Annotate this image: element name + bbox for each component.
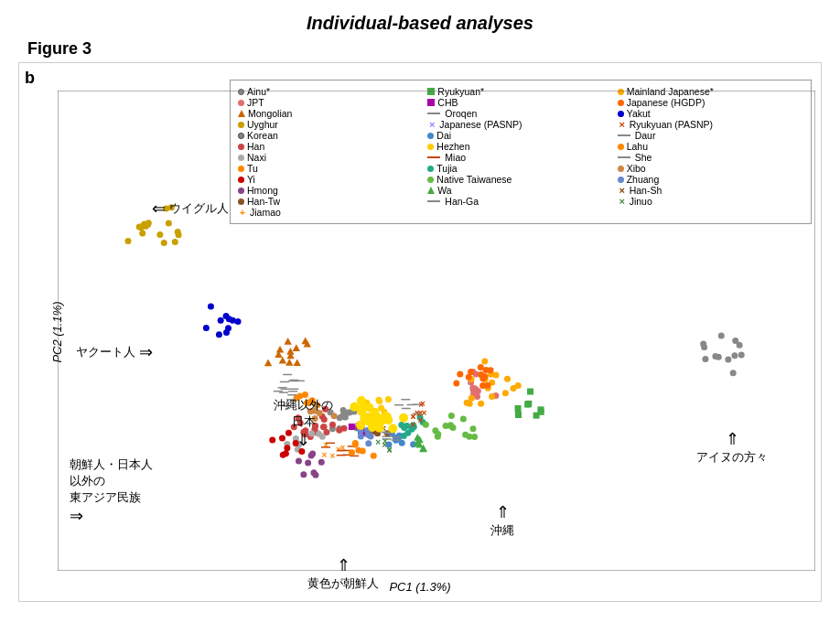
annotation-others: 朝鮮人・日本人 以外の 東アジア民族 ⇒ (70, 456, 153, 526)
chart-container: b PC2 (1.1%) PC1 (1.3%) Ainu* JPT Mongol… (18, 62, 822, 602)
annotation-yakut: ヤクート人 ⇒ (76, 342, 153, 362)
annotation-okinawa: ⇑ 沖縄 (490, 502, 514, 539)
x-axis-label: PC1 (1.3%) (389, 580, 450, 594)
annotation-ainu: ⇑ アイヌの方々 (696, 429, 768, 466)
panel-b-label: b (25, 69, 35, 88)
annotation-korean-yellow: ⇑ 黄色が朝鮮人 (307, 555, 379, 592)
annotation-uyghur: ⇐ ウイグル人 (152, 199, 229, 219)
annotation-okinawa-other: 沖縄以外の 日本 ⇓ (274, 397, 333, 450)
figure-label: Figure 3 (0, 38, 840, 62)
page-title: Individual-based analyses (0, 0, 840, 38)
